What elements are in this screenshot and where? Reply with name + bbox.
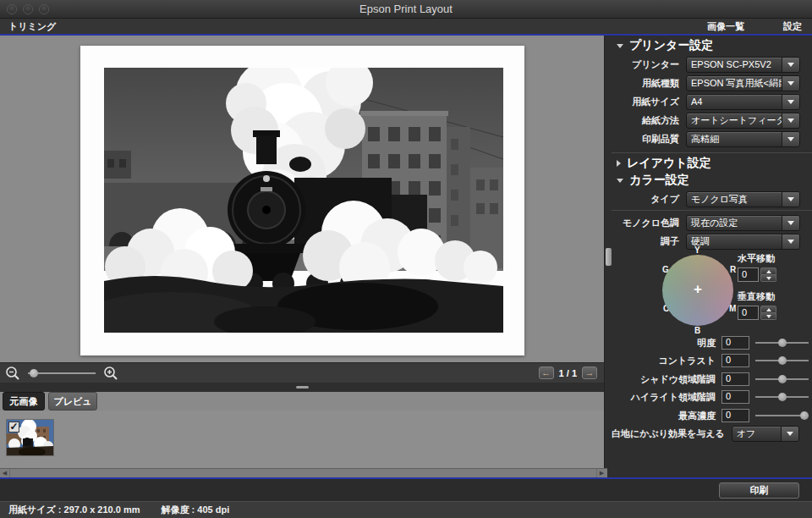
chevron-down-icon xyxy=(782,113,799,128)
status-bar: 用紙サイズ : 297.0 x 210.0 mm 解像度 : 405 dpi xyxy=(0,501,812,518)
pane-divider-grip[interactable] xyxy=(296,386,309,388)
traffic-lights xyxy=(7,4,49,14)
zoom-out-icon[interactable] xyxy=(5,366,20,381)
field-label: 調子 xyxy=(612,235,686,248)
scroll-left-button[interactable]: ◀ xyxy=(0,469,10,477)
page-indicator: 1 / 1 xyxy=(557,368,579,378)
slider-handle[interactable] xyxy=(800,411,809,420)
zoom-button[interactable] xyxy=(39,4,49,14)
menu-trimming[interactable]: トリミング xyxy=(8,19,56,34)
chevron-down-icon xyxy=(782,132,799,146)
wheel-cursor[interactable]: + xyxy=(694,281,702,298)
field-label: 白地にかぶり効果を与える xyxy=(612,427,732,440)
field-mono-tone: モノクロ色調 現在の設定 xyxy=(612,215,800,231)
settings-sidebar: プリンター設定 プリンター EPSON SC-PX5V2 用紙種類 EPSON … xyxy=(612,36,812,477)
dropdown-value: モノクロ写真 xyxy=(687,192,782,207)
slider-track[interactable] xyxy=(755,415,809,416)
printer-dropdown[interactable]: EPSON SC-PX5V2 xyxy=(686,57,800,73)
dropdown-value: A4 xyxy=(687,95,782,109)
field-tone: 調子 硬調 xyxy=(612,234,800,250)
paper-sheet xyxy=(80,46,524,355)
slider-value[interactable]: 0 xyxy=(721,372,749,386)
mono-tone-dropdown[interactable]: 現在の設定 xyxy=(686,215,800,231)
triangle-down-icon xyxy=(617,179,623,183)
arrow-right-icon: → xyxy=(585,367,595,377)
chevron-down-icon xyxy=(782,234,799,249)
slider-handle[interactable] xyxy=(778,393,787,401)
section-divider xyxy=(612,210,812,211)
menu-image-list[interactable]: 画像一覧 xyxy=(707,19,744,34)
check-icon: ✓ xyxy=(9,421,18,433)
print-button[interactable]: 印刷 xyxy=(719,482,799,499)
slider-track[interactable] xyxy=(755,360,809,361)
splitter-grip[interactable] xyxy=(606,248,612,266)
field-label: モノクロ色調 xyxy=(612,217,686,229)
tab-bar: 元画像 プレビュー xyxy=(0,392,604,411)
slider-value[interactable]: 0 xyxy=(721,354,749,367)
step-down-button[interactable] xyxy=(760,275,776,282)
section-color-settings[interactable]: カラー設定 xyxy=(617,174,689,187)
horizontal-move-value[interactable]: 0 xyxy=(738,267,759,282)
section-layout-settings[interactable]: レイアウト設定 xyxy=(617,157,711,170)
slider-value[interactable]: 0 xyxy=(721,409,749,422)
vertical-move-stepper: 0 xyxy=(738,306,776,320)
horizontal-scrollbar[interactable]: ◀ ▶ xyxy=(0,468,607,477)
tone-dropdown[interactable]: 硬調 xyxy=(686,234,800,250)
slider-shadow-tonality: シャドウ領域階調 0 xyxy=(612,372,809,386)
page-navigation: ← 1 / 1 → xyxy=(539,366,597,379)
slider-value[interactable]: 0 xyxy=(721,336,749,350)
status-paper-size: 用紙サイズ : 297.0 x 210.0 mm xyxy=(8,504,140,515)
slider-handle[interactable] xyxy=(778,356,787,365)
section-printer-settings[interactable]: プリンター設定 xyxy=(617,39,713,52)
slider-track[interactable] xyxy=(755,396,809,398)
step-down-button[interactable] xyxy=(760,313,776,320)
dropdown-value: 高精細 xyxy=(687,132,782,146)
field-paper-size: 用紙サイズ A4 xyxy=(612,94,800,110)
zoom-toolbar: ← 1 / 1 → xyxy=(0,362,604,383)
white-fog-dropdown[interactable]: オフ xyxy=(732,426,799,442)
paper-size-dropdown[interactable]: A4 xyxy=(686,94,800,110)
slider-max-density: 最高濃度 0 xyxy=(612,409,809,422)
horizontal-move-label: 水平移動 xyxy=(738,252,775,265)
status-resolution: 解像度 : 405 dpi xyxy=(162,504,230,515)
step-up-button[interactable] xyxy=(760,306,776,313)
field-label: プリンター xyxy=(612,58,686,71)
preview-canvas xyxy=(0,36,604,362)
window-title: Epson Print Layout xyxy=(0,0,812,19)
print-photo[interactable] xyxy=(104,68,503,333)
slider-label: 明度 xyxy=(612,337,721,350)
wheel-label-r: R xyxy=(730,265,736,274)
scroll-left-icon: ◀ xyxy=(3,470,7,476)
color-type-dropdown[interactable]: モノクロ写真 xyxy=(686,191,800,207)
section-divider xyxy=(612,152,812,153)
scroll-right-button[interactable]: ▶ xyxy=(596,469,606,477)
color-balance-wheel[interactable]: + xyxy=(662,255,733,326)
field-label: 用紙サイズ xyxy=(612,96,686,108)
next-page-button[interactable]: → xyxy=(582,366,597,379)
chevron-down-icon xyxy=(782,76,799,91)
field-label: タイプ xyxy=(612,193,686,206)
step-up-button[interactable] xyxy=(760,267,776,275)
print-quality-dropdown[interactable]: 高精細 xyxy=(686,131,800,147)
media-type-dropdown[interactable]: EPSON 写真用紙<絹目調.. xyxy=(686,75,800,91)
tab-original-image[interactable]: 元画像 xyxy=(3,392,45,411)
slider-handle[interactable] xyxy=(778,339,787,347)
slider-handle[interactable] xyxy=(778,375,787,383)
menu-settings[interactable]: 設定 xyxy=(783,19,802,34)
slider-track[interactable] xyxy=(755,378,809,380)
vertical-move-value[interactable]: 0 xyxy=(738,306,759,320)
paper-source-dropdown[interactable]: オートシートフィーダー xyxy=(686,113,800,129)
zoom-slider[interactable] xyxy=(28,372,96,374)
thumbnail-checkbox[interactable]: ✓ xyxy=(8,422,19,433)
minimize-button[interactable] xyxy=(23,4,33,14)
zoom-in-icon[interactable] xyxy=(103,366,118,381)
previous-page-button[interactable]: ← xyxy=(539,366,554,379)
slider-value[interactable]: 0 xyxy=(721,390,749,404)
zoom-slider-handle[interactable] xyxy=(30,369,38,377)
triangle-down-icon xyxy=(617,44,623,48)
slider-track[interactable] xyxy=(755,342,809,344)
image-thumbnail[interactable]: ✓ xyxy=(6,419,54,456)
tab-preview[interactable]: プレビュー xyxy=(48,392,97,411)
close-button[interactable] xyxy=(7,4,17,14)
field-white-fog-effect: 白地にかぶり効果を与える オフ xyxy=(612,426,799,442)
